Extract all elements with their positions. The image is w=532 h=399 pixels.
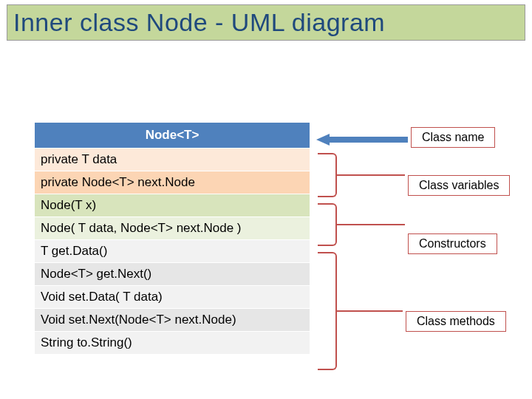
label-class-methods: Class methods bbox=[406, 311, 506, 332]
label-constructors: Constructors bbox=[408, 233, 497, 254]
uml-class-name: Node<T> bbox=[35, 123, 310, 149]
uml-class-table: Node<T> private T data private Node<T> n… bbox=[34, 122, 310, 355]
uml-method-row: Void set.Data( T data) bbox=[35, 286, 310, 309]
uml-variable-row: private Node<T> next.Node bbox=[35, 171, 310, 194]
bracket-icon bbox=[318, 153, 337, 197]
uml-constructor-row: Node( T data, Node<T> next.Node ) bbox=[35, 217, 310, 240]
uml-variable-row: private T data bbox=[35, 149, 310, 171]
page-title: Inner class Node - UML diagram bbox=[7, 4, 525, 41]
uml-method-row: String to.String() bbox=[35, 332, 310, 355]
uml-method-row: Node<T> get.Next() bbox=[35, 263, 310, 286]
diagram-area: Node<T> private T data private Node<T> n… bbox=[0, 41, 532, 381]
label-class-variables: Class variables bbox=[408, 175, 510, 196]
uml-constructor-row: Node(T x) bbox=[35, 194, 310, 217]
uml-method-row: T get.Data() bbox=[35, 240, 310, 263]
bracket-icon bbox=[318, 252, 337, 370]
arrow-icon bbox=[316, 134, 408, 146]
bracket-icon bbox=[318, 203, 337, 246]
label-class-name: Class name bbox=[411, 127, 495, 148]
uml-method-row: Void set.Next(Node<T> next.Node) bbox=[35, 309, 310, 332]
